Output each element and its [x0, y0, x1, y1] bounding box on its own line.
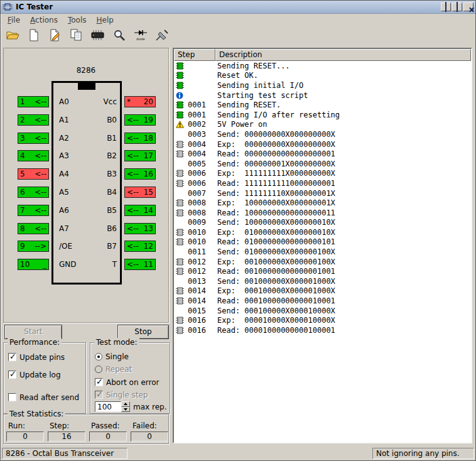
pin-2[interactable]: 2<--	[18, 114, 49, 126]
log-row[interactable]: 0012Exp: 001000000X000000100X	[174, 257, 471, 267]
spin-up-button[interactable]	[121, 401, 130, 407]
pin-number: 4	[20, 151, 25, 160]
menu-tools[interactable]: Tools	[63, 14, 92, 26]
minimize-icon	[445, 3, 446, 11]
log-description: Read: 00010000000000010001	[217, 296, 335, 305]
log-row[interactable]: 0011Send: 010000000X000000100X	[174, 247, 471, 257]
maximize-button[interactable]	[452, 3, 462, 11]
pin-4[interactable]: 4<--	[18, 150, 49, 161]
log-row[interactable]: 0009Send: 100000000X000000010X	[174, 218, 471, 228]
log-row[interactable]: 0003Send: 000000000X000000000X	[174, 129, 471, 139]
chip-read-icon	[176, 199, 186, 207]
log-row[interactable]: Sending initial I/O	[174, 80, 471, 90]
checkbox-label: Read after send	[19, 393, 79, 402]
log-row[interactable]: 0004Exp: 000000000X000000000X	[174, 139, 471, 149]
checkbox-read-after-send[interactable]: Read after send	[8, 392, 79, 403]
max-rep-input[interactable]: 100	[95, 401, 121, 412]
titlebar[interactable]: 8286 IC Tester	[1, 1, 475, 14]
log-row[interactable]: 0005Send: 000000001X000000000X	[174, 159, 471, 169]
log-row[interactable]: 0001Sending I/O after resetting	[174, 110, 471, 120]
log-row[interactable]: 0015Send: 000100000X000010000X	[174, 306, 471, 316]
log-row[interactable]: Starting test script	[174, 90, 471, 100]
chip-ok-icon	[176, 101, 186, 109]
pin-3[interactable]: 3<--	[18, 133, 49, 144]
log-row[interactable]: 0013Send: 001000000X000001000X	[174, 276, 471, 286]
menu-file[interactable]: File	[3, 14, 25, 26]
close-button[interactable]	[463, 3, 473, 11]
log-description: Send: 001000000X000001000X	[217, 277, 335, 286]
pin-label-a5: A5	[59, 187, 69, 198]
spin-down-button[interactable]	[121, 407, 130, 413]
pin-label-b4: B4	[107, 187, 117, 198]
pin-1[interactable]: 1<--	[18, 96, 49, 107]
stat-label-failed: Failed:	[133, 421, 157, 430]
chip-body	[51, 81, 122, 285]
checkbox-abort-on-error[interactable]: Abort on error	[95, 377, 159, 388]
log-column-step[interactable]: Step	[174, 49, 215, 61]
pin-6[interactable]: 6<--	[18, 187, 49, 198]
pin-19[interactable]: <--19	[124, 114, 156, 126]
pin-direction: <--	[35, 151, 46, 160]
chip-button[interactable]	[90, 27, 106, 43]
edit-script-button[interactable]	[47, 27, 63, 43]
log-row[interactable]: 0008Exp: 100000000X000000001X	[174, 198, 471, 208]
log-row[interactable]: 00025V Power on	[174, 120, 471, 130]
copy-button[interactable]	[68, 27, 85, 43]
pin-11[interactable]: <--11	[124, 259, 156, 270]
log-row[interactable]: 0016Exp: 000010000X000010000X	[174, 315, 471, 325]
info-icon	[176, 92, 186, 99]
log-row[interactable]: 0014Exp: 000100000X000001000X	[174, 286, 471, 296]
start-button[interactable]: Start	[4, 325, 62, 339]
pin-18[interactable]: <--18	[124, 133, 156, 144]
pin-5[interactable]: 5<--	[18, 168, 49, 180]
stat-value-failed: 0	[131, 431, 168, 442]
log-column-description[interactable]: Description	[215, 49, 471, 61]
log-row[interactable]: 0010Read: 01000000000000000101	[174, 237, 471, 247]
checkbox-box	[95, 391, 103, 399]
new-file-button[interactable]	[26, 27, 42, 43]
log-row[interactable]: 0014Read: 00010000000000010001	[174, 296, 471, 306]
probe-button[interactable]	[154, 27, 170, 43]
log-row[interactable]: 0012Read: 00100000000000001001	[174, 266, 471, 276]
pin-9[interactable]: 9-->	[18, 241, 49, 252]
search-button[interactable]	[111, 27, 127, 43]
arrow-up-icon	[124, 403, 127, 405]
checkbox-update-pins[interactable]: Update pins	[8, 352, 65, 362]
log-row[interactable]: Reset OK.	[174, 71, 471, 81]
log-row[interactable]: 0016Read: 00001000000000100001	[174, 325, 471, 335]
log-panel[interactable]: Step Description Sending RESET...Reset O…	[173, 48, 472, 443]
svg-text:diode: diode	[136, 37, 145, 41]
pin-13[interactable]: <--13	[124, 223, 156, 234]
pin-20[interactable]: *20	[124, 96, 156, 107]
pin-14[interactable]: <--14	[124, 205, 156, 216]
open-folder-button[interactable]	[4, 27, 21, 43]
stat-value-step: 16	[48, 431, 85, 442]
stat-label-run: Run:	[8, 421, 25, 430]
log-row[interactable]: 0006Read: 11111111110000000001	[174, 178, 471, 188]
app-icon[interactable]: 8286	[3, 2, 13, 12]
log-row[interactable]: 0007Send: 111111110X000000001X	[174, 188, 471, 198]
pin-17[interactable]: <--17	[124, 150, 156, 161]
menu-actions[interactable]: Actions	[25, 14, 63, 26]
log-row[interactable]: 0008Read: 10000000000000000011	[174, 208, 471, 218]
pin-10[interactable]: 10_	[18, 259, 49, 270]
menu-help[interactable]: Help	[92, 14, 119, 26]
stop-button[interactable]: Stop	[117, 325, 169, 339]
pin-8[interactable]: 8<--	[18, 223, 49, 234]
diode-button[interactable]: diode	[133, 27, 149, 43]
radio-repeat[interactable]: Repeat	[95, 364, 132, 374]
checkbox-single-step[interactable]: Single step	[95, 389, 148, 400]
log-row[interactable]: 0010Exp: 010000000X000000010X	[174, 227, 471, 237]
log-row[interactable]: Sending RESET...	[174, 61, 471, 71]
pin-15[interactable]: <--15	[124, 187, 156, 198]
log-row[interactable]: 0006Exp: 111111111X000000000X	[174, 169, 471, 179]
minimize-button[interactable]	[441, 3, 451, 11]
pin-7[interactable]: 7<--	[18, 205, 49, 216]
pin-16[interactable]: <--16	[124, 168, 156, 180]
probe-icon	[155, 29, 169, 41]
checkbox-update-log[interactable]: Update log	[8, 369, 61, 380]
radio-single[interactable]: Single	[95, 351, 129, 362]
log-row[interactable]: 0001Sending RESET.	[174, 100, 471, 110]
pin-12[interactable]: <--12	[124, 241, 156, 252]
log-row[interactable]: 0004Read: 00000000000000000001	[174, 149, 471, 159]
